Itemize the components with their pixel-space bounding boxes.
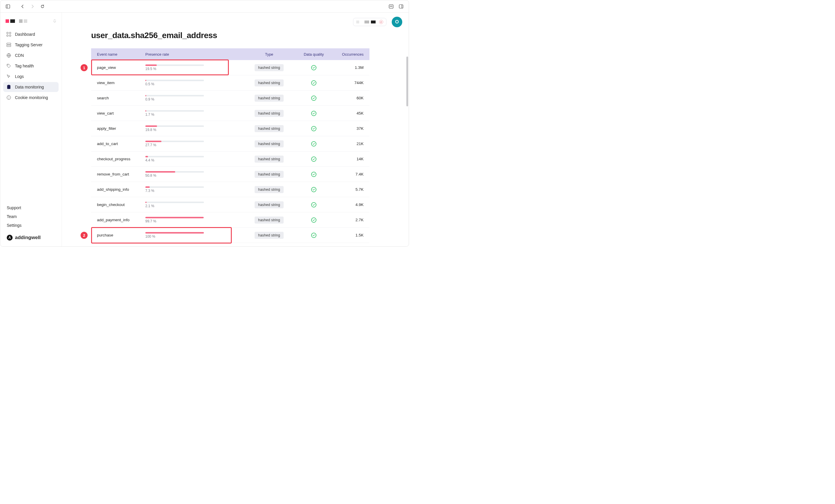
presence-label: 1.7 % — [145, 113, 230, 117]
svg-point-20 — [8, 98, 9, 99]
quality-cell — [296, 80, 331, 85]
quality-cell — [296, 187, 331, 192]
screenshot-icon[interactable] — [387, 2, 395, 11]
presence-label: 27.7 % — [145, 143, 230, 147]
table-row[interactable]: add_to_cart 27.7 % hashed string 21K — [91, 136, 369, 152]
presence-bar — [145, 95, 204, 96]
table-row[interactable]: purchase 100 % hashed string 1.5K — [91, 228, 369, 243]
col-header-event: Event name — [91, 52, 145, 57]
table-row[interactable]: view_item 0.5 % hashed string 744K — [91, 75, 369, 90]
quality-cell — [296, 126, 331, 131]
occurrences-cell: 14K — [331, 157, 369, 161]
occurrences-cell: 4.9K — [331, 202, 369, 207]
sidebar-item-dashboard[interactable]: Dashboard — [3, 29, 59, 39]
type-pill: hashed string — [254, 201, 284, 208]
grid-icon — [6, 32, 12, 37]
presence-cell: 0.5 % — [145, 80, 242, 86]
svg-point-14 — [7, 65, 8, 65]
table-row[interactable]: apply_filter 19.8 % hashed string 37K — [91, 121, 369, 136]
event-name: remove_from_cart — [91, 172, 145, 176]
quality-cell — [296, 111, 331, 116]
nav-forward-icon[interactable] — [28, 2, 37, 11]
sidebar: ︿﹀ Dashboard Tagging Server — [0, 13, 62, 246]
sidebar-toggle-icon[interactable] — [4, 2, 12, 11]
type-cell: hashed string — [242, 79, 296, 86]
type-pill: hashed string — [254, 156, 284, 163]
nav-back-icon[interactable] — [18, 2, 27, 11]
check-circle-icon — [311, 217, 317, 223]
sidebar-item-label: Logs — [15, 74, 24, 79]
table-body: page_view 19.5 % hashed string 1.3M view… — [91, 60, 369, 243]
sidebar-link-team[interactable]: Team — [7, 214, 55, 219]
occurrences-cell: 7.4K — [331, 172, 369, 176]
scrollbar[interactable] — [406, 57, 408, 106]
sidebar-item-cdn[interactable]: CDN — [3, 51, 59, 60]
sidebar-item-cookie-monitoring[interactable]: Cookie monitoring — [3, 93, 59, 103]
panel-right-icon[interactable] — [397, 2, 405, 11]
event-name: page_view — [91, 65, 145, 70]
type-cell: hashed string — [242, 201, 296, 208]
col-header-quality: Data quality — [296, 52, 331, 57]
account-selector[interactable]: ︿﹀ — [3, 17, 59, 28]
presence-label: 7.3 % — [145, 189, 230, 193]
svg-rect-9 — [7, 43, 11, 44]
occurrences-cell: 45K — [331, 111, 369, 116]
presence-label: 50.8 % — [145, 174, 230, 178]
page-title: user_data.sha256_email_address — [91, 31, 397, 40]
event-name: search — [91, 96, 145, 100]
svg-rect-6 — [9, 32, 11, 34]
quality-cell — [296, 65, 331, 70]
type-cell: hashed string — [242, 95, 296, 102]
check-circle-icon — [311, 233, 317, 238]
content-scroll[interactable]: user_data.sha256_email_address Event nam… — [62, 13, 409, 246]
presence-cell: 7.3 % — [145, 186, 242, 193]
type-cell: hashed string — [242, 125, 296, 132]
presence-bar — [145, 232, 204, 234]
table-row[interactable]: view_cart 1.7 % hashed string 45K — [91, 106, 369, 121]
type-cell: hashed string — [242, 140, 296, 147]
presence-label: 4.4 % — [145, 158, 230, 162]
sidebar-item-logs[interactable]: Logs — [3, 72, 59, 81]
svg-rect-8 — [9, 35, 11, 36]
event-name: checkout_progress — [91, 157, 145, 161]
presence-bar — [145, 202, 204, 203]
quality-cell — [296, 157, 331, 162]
svg-rect-2 — [389, 4, 393, 8]
sidebar-link-support[interactable]: Support — [7, 205, 55, 210]
event-name: view_item — [91, 81, 145, 85]
nav-reload-icon[interactable] — [38, 2, 46, 11]
occurrences-cell: 21K — [331, 142, 369, 146]
presence-cell: 4.4 % — [145, 156, 242, 162]
occurrences-cell: 1.3M — [331, 65, 369, 70]
sidebar-link-settings[interactable]: Settings — [7, 223, 55, 228]
presence-cell: 100 % — [145, 232, 242, 239]
svg-rect-3 — [399, 5, 403, 8]
event-name: apply_filter — [91, 126, 145, 131]
col-header-type: Type — [242, 52, 296, 57]
table-row[interactable]: search 0.9 % hashed string 60K — [91, 90, 369, 106]
table-row[interactable]: add_shipping_info 7.3 % hashed string 5.… — [91, 182, 369, 197]
check-circle-icon — [311, 96, 317, 101]
table-row[interactable]: remove_from_cart 50.8 % hashed string 7.… — [91, 167, 369, 182]
table-row[interactable]: checkout_progress 4.4 % hashed string 14… — [91, 152, 369, 167]
presence-bar — [145, 186, 204, 188]
svg-point-18 — [8, 97, 8, 97]
brand-name: addingwell — [15, 235, 41, 241]
type-cell: hashed string — [242, 156, 296, 163]
brand: A addingwell — [7, 232, 55, 241]
events-table: Event name Presence rate Type Data quali… — [91, 48, 369, 243]
presence-label: 0.9 % — [145, 97, 230, 101]
check-circle-icon — [311, 111, 317, 116]
table-row[interactable]: add_payment_info 99.7 % hashed string 2.… — [91, 213, 369, 228]
presence-label: 99.7 % — [145, 219, 230, 223]
occurrences-cell: 60K — [331, 96, 369, 100]
sidebar-item-tagging-server[interactable]: Tagging Server — [3, 40, 59, 50]
event-name: add_shipping_info — [91, 187, 145, 191]
quality-cell — [296, 202, 331, 207]
sidebar-item-tag-health[interactable]: Tag health — [3, 61, 59, 71]
sidebar-item-data-monitoring[interactable]: Data monitoring — [3, 82, 59, 92]
main-split: ︿﹀ Dashboard Tagging Server — [0, 13, 409, 246]
table-row[interactable]: begin_checkout 2.1 % hashed string 4.9K — [91, 197, 369, 213]
table-row[interactable]: page_view 19.5 % hashed string 1.3M — [91, 60, 369, 75]
svg-rect-16 — [8, 85, 10, 86]
